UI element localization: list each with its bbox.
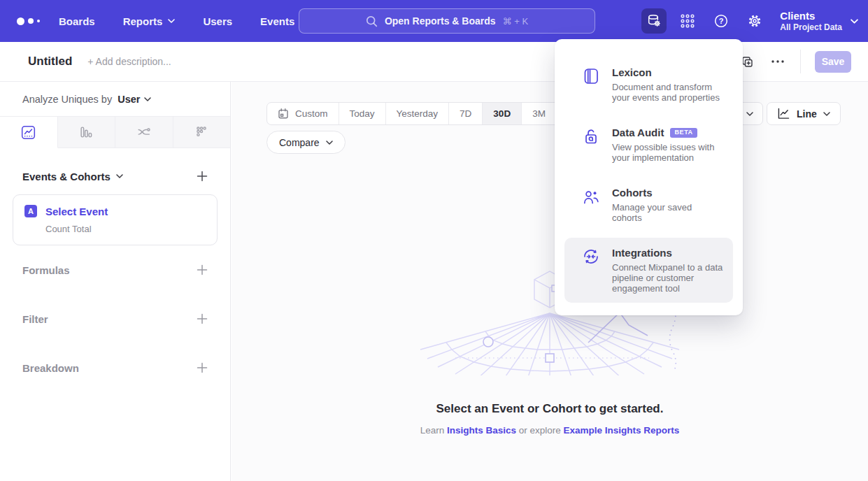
range-yesterday[interactable]: Yesterday [386, 103, 450, 124]
range-30d[interactable]: 30D [483, 103, 522, 124]
menu-item-lexicon[interactable]: Lexicon Document and transform your even… [564, 57, 733, 112]
nav-item-events[interactable]: Events [260, 15, 294, 27]
breakdown-section[interactable]: Breakdown [22, 343, 209, 392]
mixpanel-logo[interactable] [17, 14, 45, 28]
save-button[interactable]: Save [815, 51, 851, 73]
example-reports-link[interactable]: Example Insights Reports [564, 425, 680, 436]
formulas-section[interactable]: Formulas [22, 245, 209, 294]
plus-icon [197, 171, 208, 182]
primary-nav: Boards Reports Users Events [59, 15, 294, 27]
chevron-down-icon [144, 97, 151, 101]
flow-sankey-icon [136, 124, 152, 140]
analyze-prefix: Analyze Uniques by [22, 94, 112, 105]
menu-item-data-audit[interactable]: Data Audit BETA View possible issues wit… [564, 117, 733, 172]
chevron-down-icon [851, 19, 858, 24]
header-divider [800, 50, 801, 73]
tab-bar-chart[interactable] [58, 117, 116, 148]
analyze-uniques-selector[interactable]: Analyze Uniques by User [0, 82, 230, 116]
empty-state-subtitle: Learn Insights Basics or explore Example… [232, 425, 868, 436]
ellipsis-icon [771, 60, 784, 63]
database-gear-icon [646, 13, 662, 29]
more-options-button[interactable] [769, 53, 786, 70]
calendar-icon [278, 108, 289, 120]
tab-line-chart[interactable] [0, 117, 58, 148]
range-7d[interactable]: 7D [449, 103, 483, 124]
nav-item-boards[interactable]: Boards [59, 15, 95, 27]
report-canvas: Custom Today Yesterday 7D 30D 3M 6M Comp… [232, 82, 868, 481]
empty-state-title: Select an Event or Cohort to get started… [232, 402, 868, 416]
range-today[interactable]: Today [339, 103, 386, 124]
grid-dots-icon [679, 13, 696, 29]
events-cohorts-toggle[interactable]: Events & Cohorts [22, 171, 123, 182]
visualization-tabs [0, 116, 230, 148]
menu-item-title: Cohorts [612, 187, 653, 199]
add-breakdown-button[interactable] [195, 361, 209, 375]
menu-item-description: Manage your saved cohorts [612, 202, 723, 223]
event-card[interactable]: A Select Event Count Total [13, 194, 218, 245]
menu-item-title: Integrations [612, 247, 672, 259]
apps-grid-button[interactable] [675, 8, 700, 34]
plus-icon [197, 313, 208, 324]
navbar-right: ? Clients All Project Data [633, 8, 858, 34]
event-badge: A [24, 205, 37, 217]
breakdown-label: Breakdown [22, 362, 79, 374]
svg-text:?: ? [719, 17, 724, 25]
lexicon-book-icon [582, 67, 600, 85]
menu-item-cohorts[interactable]: Cohorts Manage your saved cohorts [564, 178, 733, 232]
filter-section[interactable]: Filter [22, 294, 209, 343]
search-icon [366, 15, 378, 27]
event-metric[interactable]: Count Total [45, 224, 206, 234]
menu-item-description: View possible issues with your implement… [612, 142, 723, 163]
nav-item-users[interactable]: Users [203, 15, 232, 27]
chart-type-button[interactable]: Line [767, 102, 841, 125]
chevron-down-icon [168, 19, 175, 23]
range-3m[interactable]: 3M [522, 103, 557, 124]
menu-item-integrations[interactable]: Integrations Connect Mixpanel to a data … [564, 238, 733, 303]
search-placeholder: Open Reports & Boards [385, 15, 496, 27]
dots-pyramid-icon [194, 124, 209, 140]
tab-flow-chart[interactable] [115, 117, 173, 148]
empty-state: Select an Event or Cohort to get started… [232, 269, 868, 436]
analyze-value: User [118, 94, 140, 105]
chevron-down-icon [326, 141, 333, 145]
help-button[interactable]: ? [709, 8, 734, 34]
report-title[interactable]: Untitled [28, 55, 72, 69]
settings-button[interactable] [742, 8, 767, 34]
tab-metrics-grid[interactable] [173, 117, 231, 148]
report-actions: Save [739, 42, 851, 81]
project-name: Clients [780, 10, 842, 22]
chevron-down-icon [746, 112, 753, 116]
select-event-label[interactable]: Select Event [45, 206, 108, 217]
add-formula-button[interactable] [195, 263, 209, 277]
sync-arrows-icon [582, 247, 600, 266]
gear-icon [746, 13, 763, 29]
add-event-button[interactable] [195, 169, 209, 183]
range-custom[interactable]: Custom [267, 103, 339, 124]
global-search[interactable]: Open Reports & Boards ⌘ + K [299, 8, 595, 34]
chevron-down-icon [823, 112, 830, 116]
people-icon [582, 187, 600, 206]
report-description-placeholder[interactable]: + Add description... [87, 56, 171, 67]
plus-icon [197, 362, 208, 373]
nav-item-reports[interactable]: Reports [123, 15, 176, 27]
events-cohorts-header: Events & Cohorts [22, 169, 209, 183]
menu-item-title: Lexicon [612, 66, 652, 78]
data-management-button[interactable] [641, 8, 667, 34]
padlock-icon [582, 127, 600, 145]
add-filter-button[interactable] [195, 312, 209, 326]
search-shortcut: ⌘ + K [503, 16, 529, 27]
filter-label: Filter [22, 313, 48, 325]
insights-basics-link[interactable]: Insights Basics [447, 425, 516, 436]
query-builder-sidebar: Analyze Uniques by User [0, 82, 231, 481]
data-management-menu: Lexicon Document and transform your even… [555, 39, 743, 315]
menu-item-title: Data Audit [612, 127, 664, 138]
compare-button[interactable]: Compare [266, 131, 346, 154]
help-icon: ? [713, 13, 730, 29]
line-chart-icon [20, 124, 36, 141]
chevron-down-icon [116, 174, 123, 178]
project-scope: All Project Data [780, 22, 842, 33]
date-range-control: Custom Today Yesterday 7D 30D 3M 6M [266, 102, 592, 125]
top-navbar: Boards Reports Users Events Open Reports… [0, 0, 868, 42]
beta-badge: BETA [670, 128, 697, 138]
project-switcher[interactable]: Clients All Project Data [780, 10, 858, 33]
